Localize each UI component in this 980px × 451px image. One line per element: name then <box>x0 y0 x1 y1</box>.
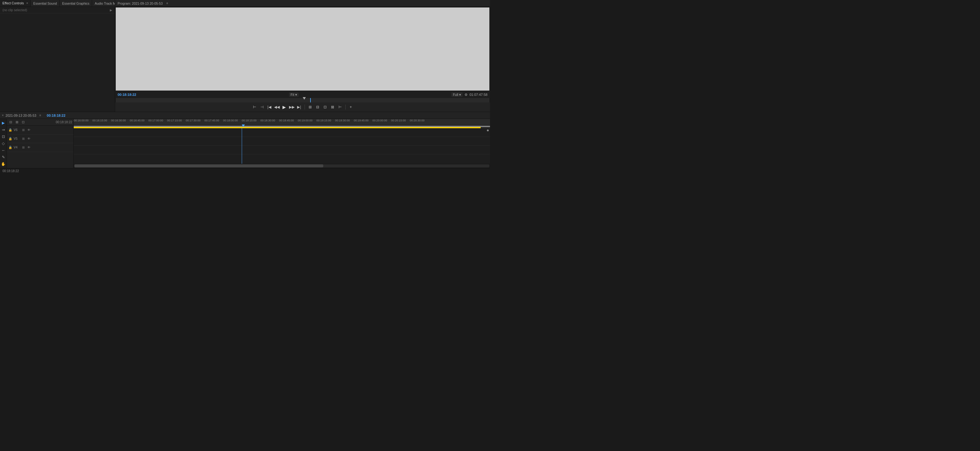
export-frame-button[interactable]: ⊡ <box>322 104 328 110</box>
ruler-label-3: 00:16:45:00 <box>130 119 145 122</box>
tool-sidebar: ▶ ⇒ ⊡ ◇ ↔ ✎ ✋ <box>0 119 7 168</box>
track-content-v6[interactable] <box>74 128 490 137</box>
scrub-playhead-marker <box>303 97 306 100</box>
track-v4-lock-icon[interactable]: 🔒 <box>8 145 13 150</box>
step-forward-button[interactable]: ▶▶ <box>289 104 294 110</box>
track-row-v4: 🔒 V4 ⊞ 👁 <box>7 143 73 152</box>
effect-controls-menu-icon[interactable]: ≡ <box>27 2 28 5</box>
program-duration-timecode: 01:07:47:58 <box>469 93 487 97</box>
ruler-label-8: 00:18:00:00 <box>223 119 238 122</box>
settings-icon[interactable]: ⚙ <box>465 93 468 97</box>
timeline-panel: × 2021-09-13 20-05-53 ≡ 00:18:18:22 ▶ ⇒ … <box>0 112 490 174</box>
left-panel: Effect Controls ≡ Essential Sound Essent… <box>0 0 115 112</box>
controls-separator-2 <box>345 105 346 110</box>
ruler-label-5: 00:17:15:00 <box>167 119 182 122</box>
full-dropdown[interactable]: Full ▾ <box>452 92 463 97</box>
fit-dropdown[interactable]: Fit ▾ <box>289 92 299 97</box>
track-v4-visibility-icon[interactable]: 👁 <box>27 145 31 150</box>
full-label: Full <box>453 93 458 97</box>
tab-essential-sound[interactable]: Essential Sound <box>31 0 60 6</box>
track-v6-label: V6 <box>14 128 20 132</box>
ripple-edit-tool-button[interactable]: ⊡ <box>1 134 6 139</box>
status-text: 00:18:18:22 <box>3 169 19 173</box>
track-content-area[interactable] <box>74 128 490 164</box>
scroll-end-dot <box>487 129 489 131</box>
track-header-area: 🔒 V6 ⊞ 👁 🔒 V5 ⊞ 👁 🔒 V4 ⊞ 👁 <box>7 126 73 168</box>
settings-2-button[interactable]: ⊠ <box>14 120 19 125</box>
timeline-close-icon[interactable]: × <box>2 113 4 117</box>
pen-tool-button[interactable]: ✎ <box>1 155 6 160</box>
tab-essential-graphics[interactable]: Essential Graphics <box>60 0 92 6</box>
ruler-label-11: 00:18:45:00 <box>279 119 294 122</box>
track-v4-add-icon[interactable]: ⊞ <box>21 145 25 150</box>
go-to-out-button[interactable]: ▶| <box>296 104 302 110</box>
program-scrub-bar[interactable] <box>116 98 489 102</box>
select-tool-button[interactable]: ▶ <box>1 120 6 126</box>
timecode-ruler-bar: 00:16:00:00 00:16:15:00 00:16:30:00 00:1… <box>74 119 490 126</box>
button-7[interactable]: ⊢ <box>337 104 343 110</box>
timeline-current-timecode[interactable]: 00:18:18:22 <box>47 113 65 117</box>
slip-tool-button[interactable]: ↔ <box>1 148 6 153</box>
tab-audio-track-mixer[interactable]: Audio Track Mixer: 2021-09-13 20-05-53 <box>92 0 115 6</box>
effect-controls-content <box>0 13 115 112</box>
ruler-label-14: 00:19:30:00 <box>335 119 350 122</box>
track-row-v5: 🔒 V5 ⊞ 👁 <box>7 134 73 143</box>
tab-effect-controls[interactable]: Effect Controls ≡ <box>0 0 31 6</box>
trim-prev-button[interactable]: ⊟ <box>315 104 320 110</box>
timeline-menu-icon[interactable]: ≡ <box>40 113 41 117</box>
timeline-zoom-bar[interactable] <box>74 164 489 167</box>
fit-chevron-icon: ▾ <box>295 93 297 97</box>
ruler-label-10: 00:18:30:00 <box>260 119 275 122</box>
track-v5-lock-icon[interactable]: 🔒 <box>8 137 13 141</box>
track-v5-label: V5 <box>14 137 20 140</box>
program-current-timecode[interactable]: 00:18:18:22 <box>118 93 136 97</box>
essential-graphics-label: Essential Graphics <box>62 2 90 5</box>
ruler-label-7: 00:17:45:00 <box>204 119 220 122</box>
track-v6-lock-icon[interactable]: 🔒 <box>8 128 13 132</box>
ruler-label-2: 00:16:30:00 <box>111 119 126 122</box>
go-to-in-button[interactable]: |◀ <box>267 104 272 110</box>
add-marker-button[interactable]: + <box>348 104 354 110</box>
audio-track-mixer-label: Audio Track Mixer: 2021-09-13 20-05-53 <box>95 2 115 5</box>
track-row-v6: 🔒 V6 ⊞ 👁 <box>7 126 73 134</box>
program-duration-area: Full ▾ ⚙ 01:07:47:58 <box>452 92 487 97</box>
ruler-label-16: 00:20:00:00 <box>372 119 387 122</box>
program-video-display <box>116 8 489 91</box>
scrub-playhead-line <box>310 98 311 102</box>
program-monitor-menu-icon[interactable]: ≡ <box>167 2 168 5</box>
ruler-label-9: 00:18:15:00 <box>242 119 257 122</box>
button-6[interactable]: ⊠ <box>330 104 336 110</box>
timeline-body: ▶ ⇒ ⊡ ◇ ↔ ✎ ✋ ⊟ ⊠ ⊡ 00:18:18:22 🔒 V6 ⊞ 👁 <box>0 119 490 168</box>
track-header-panel: ⊟ ⊠ ⊡ 00:18:18:22 🔒 V6 ⊞ 👁 🔒 V5 ⊞ 👁 <box>7 119 74 168</box>
no-clip-arrow-icon: ▶ <box>110 8 112 12</box>
full-chevron-icon: ▾ <box>459 93 461 97</box>
razor-tool-button[interactable]: ◇ <box>1 141 6 146</box>
track-content-v5[interactable] <box>74 137 490 146</box>
hand-tool-button[interactable]: ✋ <box>1 161 6 167</box>
timeline-playhead-line <box>242 128 242 164</box>
ruler-label-18: 00:20:30:00 <box>410 119 425 122</box>
program-controls-bar: ⊢ ⊣ |◀ ◀◀ ▶ ▶▶ ▶| ⊞ ⊟ ⊡ ⊠ ⊢ + <box>115 102 490 112</box>
track-select-tool-button[interactable]: ⇒ <box>1 127 6 132</box>
program-tab-bar: Program: 2021-09-13 20-05-53 ≡ <box>115 0 490 7</box>
track-v6-add-icon[interactable]: ⊞ <box>21 128 25 132</box>
mark-clip-button[interactable]: ⊞ <box>307 104 313 110</box>
essential-sound-label: Essential Sound <box>33 2 57 5</box>
track-v5-add-icon[interactable]: ⊞ <box>21 137 25 141</box>
link-button[interactable]: ⊡ <box>21 120 25 125</box>
mark-in-button[interactable]: ⊢ <box>252 104 257 110</box>
track-v6-visibility-icon[interactable]: 👁 <box>27 128 31 132</box>
mark-out-button[interactable]: ⊣ <box>259 104 265 110</box>
work-area-bar[interactable] <box>74 126 490 128</box>
track-content-v4[interactable] <box>74 146 490 155</box>
program-monitor-panel: Program: 2021-09-13 20-05-53 ≡ 00:18:18:… <box>115 0 490 112</box>
track-v5-visibility-icon[interactable]: 👁 <box>27 137 31 141</box>
effect-controls-label: Effect Controls <box>3 1 24 5</box>
zoom-thumb[interactable] <box>74 164 323 167</box>
no-clip-row: (no clip selected) ▶ <box>0 7 115 13</box>
play-button[interactable]: ▶ <box>282 104 287 110</box>
filter-button[interactable]: ⊟ <box>8 120 13 125</box>
timeline-ruler[interactable]: 00:16:00:00 00:16:15:00 00:16:30:00 00:1… <box>74 119 490 126</box>
ruler-label-17: 00:20:15:00 <box>391 119 406 122</box>
step-back-button[interactable]: ◀◀ <box>274 104 280 110</box>
